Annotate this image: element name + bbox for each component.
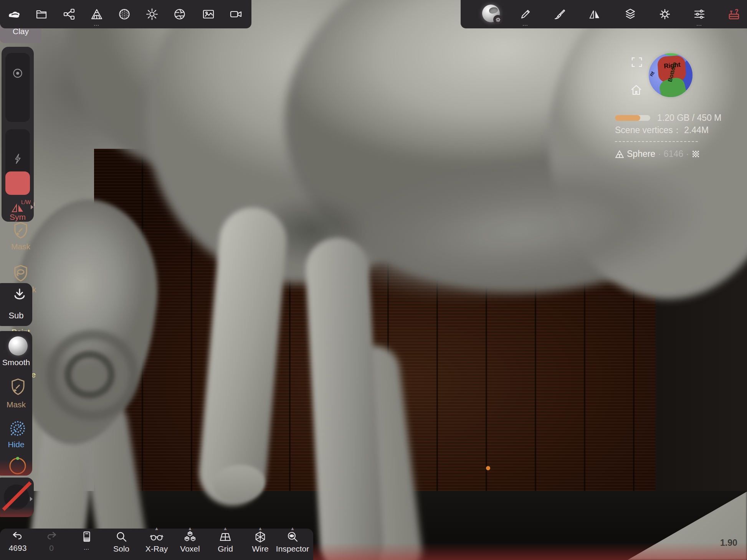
home-view-button[interactable] — [630, 84, 643, 96]
journal-button[interactable]: … — [71, 531, 102, 551]
nomad-sculpt-window: 1.90 Right Bottom nt 1.20 GB / 450 M Sce… — [0, 0, 747, 560]
checker-icon — [692, 150, 700, 158]
toolbox-button[interactable] — [725, 3, 743, 25]
nomad-logo[interactable] — [5, 3, 23, 25]
material-sphere-dent — [488, 6, 498, 14]
sym-expand-arrow[interactable] — [31, 205, 33, 209]
background-image-icon — [202, 8, 215, 20]
files-button[interactable] — [33, 3, 50, 25]
radius-icon — [11, 67, 24, 80]
voxel-button[interactable]: ▲ Voxel — [175, 531, 205, 553]
undo-button[interactable]: 4693 — [2, 531, 33, 553]
xray-label: X-Ray — [145, 544, 168, 553]
gizmo-partial-button[interactable] — [8, 455, 28, 476]
fullscreen-icon — [631, 57, 643, 68]
quick-hide-label: Hide — [0, 440, 32, 449]
memory-text: 1.20 GB / 450 M — [657, 113, 721, 123]
wire-caret: ▲ — [258, 527, 263, 530]
intensity-slider[interactable] — [5, 129, 30, 195]
voxel-label: Voxel — [180, 544, 200, 553]
grid-icon — [219, 531, 232, 543]
grid-label: Grid — [218, 544, 233, 553]
intensity-fill[interactable] — [5, 171, 30, 195]
matcap-button[interactable] — [116, 3, 133, 25]
wire-button[interactable]: ▲ Wire — [245, 531, 276, 553]
toolbox-icon — [727, 8, 740, 21]
quick-smooth-label: Smooth — [0, 358, 32, 367]
layers-icon — [624, 8, 636, 20]
sub-label: Sub — [0, 311, 32, 321]
mesh-pyramid-icon — [615, 150, 624, 158]
sym-icon — [11, 204, 25, 213]
object-info-row[interactable]: Sphere · 6146 · — [615, 149, 700, 159]
top-right-toolbar: … — [461, 0, 747, 28]
video-camera-icon — [230, 8, 243, 20]
topology-icon — [91, 8, 103, 20]
wire-label: Wire — [252, 544, 268, 553]
settings-button[interactable] — [656, 3, 674, 25]
material-button[interactable] — [482, 2, 500, 25]
navigation-sphere[interactable]: Right Bottom nt — [649, 53, 692, 97]
topology-button[interactable]: … — [88, 3, 106, 25]
scene-graph-icon — [63, 8, 75, 20]
redo-icon — [45, 531, 58, 542]
tool-mask-label: Mask — [11, 242, 30, 251]
quick-mask-button[interactable] — [10, 378, 26, 396]
sub-arrow-icon — [12, 288, 28, 304]
folder-icon — [35, 8, 48, 20]
memory-bar-track — [615, 115, 650, 121]
pencil-icon — [519, 8, 532, 20]
camera-button[interactable] — [227, 3, 245, 25]
xray-button[interactable]: ▲ X-Ray — [141, 531, 172, 553]
quick-mask-label: Mask — [0, 400, 32, 409]
lighting-sun-icon — [146, 8, 158, 20]
grid-button[interactable]: ▲ Grid — [210, 531, 241, 553]
hud-separator — [615, 141, 698, 142]
material-gear-badge — [493, 15, 502, 24]
postprocess-button[interactable] — [171, 3, 188, 25]
pencil-more-dots: … — [517, 22, 534, 26]
settings-gear-icon — [659, 8, 671, 20]
quick-smooth-icon — [8, 336, 28, 356]
background-button[interactable] — [200, 3, 217, 25]
zoom-indicator: 1.90 — [720, 538, 737, 548]
quick-hide-button[interactable] — [8, 418, 28, 438]
mask-tool-icon — [12, 221, 29, 240]
solo-magnifier-icon — [115, 531, 127, 543]
scene-graph-button[interactable] — [60, 3, 78, 25]
undo-icon — [12, 531, 24, 542]
redo-button[interactable]: 0 — [36, 531, 67, 553]
quick-smooth-button[interactable] — [8, 336, 28, 356]
lighting-button[interactable] — [143, 3, 161, 25]
journal-icon — [81, 531, 93, 543]
radius-slider[interactable] — [5, 53, 30, 122]
interface-sliders-button[interactable]: … — [691, 3, 708, 25]
alpha-panel — [0, 478, 34, 517]
paint-settings-button[interactable] — [551, 3, 569, 25]
stroke-pencil-button[interactable]: … — [517, 3, 534, 25]
solo-label: Solo — [113, 544, 129, 553]
solo-button[interactable]: Solo — [106, 531, 137, 553]
inspector-eye-icon — [286, 531, 299, 543]
mini-gear-icon — [495, 17, 501, 23]
object-sep2: · — [686, 149, 689, 159]
voxel-caret: ▲ — [188, 527, 192, 530]
redo-count: 0 — [49, 544, 54, 553]
paint-brush-icon — [554, 8, 567, 20]
quick-hide-icon — [8, 418, 28, 438]
sym-button[interactable] — [11, 204, 25, 213]
sub-panel: Sub — [0, 283, 32, 326]
undo-count: 4693 — [9, 544, 27, 553]
inspector-button[interactable]: ▲ Inspector — [277, 531, 308, 553]
layers-button[interactable] — [621, 3, 639, 25]
inspector-caret: ▲ — [290, 527, 295, 530]
symmetry-icon — [589, 8, 600, 20]
symmetry-button[interactable] — [586, 3, 603, 25]
fullscreen-button[interactable] — [631, 57, 643, 68]
sub-button[interactable] — [12, 288, 28, 304]
topology-more-dots: … — [88, 22, 106, 26]
journal-more-dots: … — [84, 544, 90, 551]
quick-tools-panel: Smooth Mask Hide — [0, 331, 32, 476]
object-name: Sphere — [627, 149, 655, 159]
alpha-expand-arrow[interactable] — [30, 497, 33, 501]
